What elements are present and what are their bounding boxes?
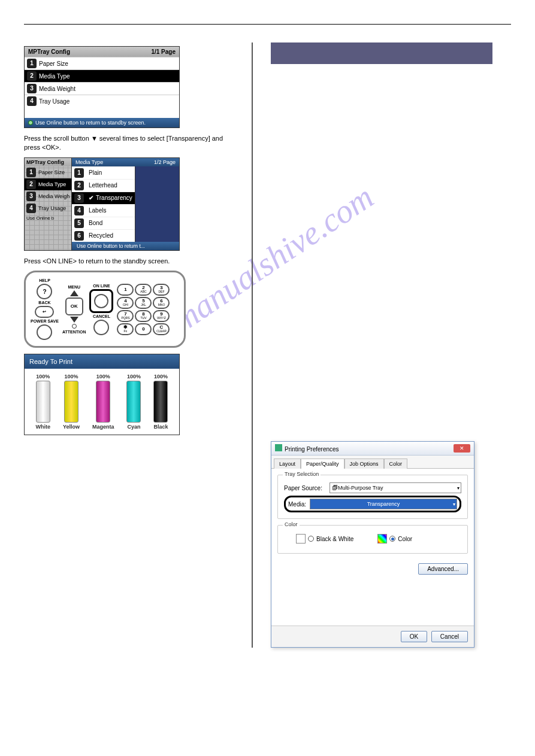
toner-name: Yellow (63, 424, 80, 430)
section-heading-bar (271, 42, 492, 64)
toner-name: Magenta (92, 424, 114, 430)
lcd2-right-item: Bond (89, 220, 102, 226)
lcd2-right-footer: Use Online button to return t... (77, 243, 145, 249)
media-value: Transparency (367, 501, 400, 507)
online-button-highlight (89, 289, 113, 313)
back-button[interactable]: ↩ (35, 306, 54, 318)
ok-button[interactable]: OK (401, 631, 427, 642)
num-icon: 2 (74, 181, 84, 190)
num-icon: 1 (26, 168, 36, 177)
key-3[interactable]: 3DEF (153, 284, 170, 296)
num-icon: 4 (74, 206, 84, 215)
lcd2-left-item: Tray Usage (38, 205, 66, 211)
toner-status-panel: Ready To Print 100%White 100%Yellow 100%… (24, 354, 180, 435)
key-5[interactable]: 5JKL (135, 297, 152, 309)
toner-pct: 100% (96, 374, 110, 379)
tab-color[interactable]: Color (384, 459, 408, 469)
back-arrow-icon: ↩ (43, 309, 46, 314)
key-8[interactable]: 8TUV (135, 310, 152, 322)
key-1[interactable]: 1 (117, 284, 134, 296)
lcd1-item: Media Weight (39, 86, 75, 92)
toner-pct: 100% (154, 374, 168, 379)
lcd2-left-item: Media Weigh (38, 193, 69, 199)
help-button[interactable]: ? (37, 284, 52, 299)
lcd2-right-page: 1/2 Page (154, 159, 176, 165)
key-0[interactable]: 0 (135, 323, 152, 335)
key-2[interactable]: 2ABC (135, 284, 152, 296)
radio-color[interactable]: Color (377, 534, 412, 544)
online-button[interactable] (94, 294, 108, 308)
media-label: Media: (288, 501, 306, 508)
num-icon: 2 (27, 71, 37, 81)
lcd1-title: MPTray Config (28, 48, 70, 55)
lcd2-right-item: Labels (89, 207, 106, 214)
num-icon: 3 (26, 192, 36, 201)
tray-selection-group: Tray Selection Paper Source: 🗐 Multi-Pur… (277, 475, 468, 519)
toner-name: Black (153, 424, 168, 430)
key-7[interactable]: 7PQRS (117, 310, 134, 322)
toner-pct: 100% (64, 374, 78, 379)
radio-icon (389, 536, 395, 542)
chevron-down-icon: ▾ (457, 485, 460, 491)
lcd2-right-item: Recycled (89, 232, 113, 239)
toner-pct: 100% (36, 374, 50, 379)
powersave-label: POWER SAVE (31, 319, 59, 323)
toner-bar-magenta (96, 381, 110, 423)
lcd2-left-item: Paper Size (38, 169, 65, 175)
toner-title: Ready To Print (25, 354, 179, 369)
toner-bar-cyan (126, 381, 141, 423)
back-label: BACK (38, 300, 50, 305)
paper-source-combo[interactable]: 🗐 Multi-Purpose Tray ▾ (330, 482, 461, 493)
bw-icon (296, 534, 306, 544)
group-legend: Color (283, 521, 300, 527)
key-9[interactable]: 9WXYZ (153, 310, 170, 322)
attention-label: ATTENTION (62, 330, 86, 334)
down-button[interactable] (70, 317, 78, 323)
lcd2-left-footer: Use Online b (26, 215, 54, 221)
paper-source-label: Paper Source: (284, 485, 326, 491)
bw-label: Black & White (316, 536, 353, 542)
close-button[interactable]: ✕ (454, 444, 470, 453)
scrollbar[interactable] (135, 166, 179, 242)
color-label: Color (398, 536, 412, 542)
lcd1-page: 1/1 Page (151, 48, 176, 55)
lcd2-right-item: Letterhead (89, 182, 117, 189)
radio-bw[interactable]: Black & White (296, 534, 353, 544)
num-icon: 5 (74, 218, 84, 228)
printer-control-panel: HELP ? BACK ↩ POWER SAVE MENU OK ATTENTI (24, 271, 186, 348)
attention-led-icon (72, 324, 77, 329)
key-4[interactable]: 4GHI (117, 297, 134, 309)
dialog-title: Printing Preferences (285, 446, 339, 453)
check-icon: ✔ (89, 195, 93, 201)
key-clear[interactable]: CCLEAR (153, 323, 170, 335)
toner-name: White (35, 424, 50, 430)
up-button[interactable] (70, 290, 78, 296)
numeric-keypad: 1 2ABC 3DEF 4GHI 5JKL 6MNO 7PQRS 8TUV 9W… (117, 284, 170, 335)
num-icon: 1 (74, 168, 84, 178)
lcd-media-type: MPTray Config 1Paper Size 2Media Type 3M… (24, 157, 180, 251)
num-icon: 3 (74, 193, 84, 203)
tray-icon: 🗐 (333, 485, 338, 491)
lcd2-right-item: Transparency (96, 195, 132, 201)
step-text: Press the scroll button ▼ several times … (24, 134, 234, 153)
media-combo[interactable]: Transparency ▾ (310, 499, 457, 509)
cancel-button[interactable] (93, 320, 109, 335)
printer-icon (275, 444, 282, 451)
key-6[interactable]: 6MNO (153, 297, 170, 309)
toner-name: Cyan (127, 424, 140, 430)
num-icon: 2 (26, 180, 36, 189)
powersave-button[interactable] (37, 324, 52, 340)
cancel-button[interactable]: Cancel (431, 631, 468, 642)
tab-job-options[interactable]: Job Options (344, 459, 384, 469)
ok-button[interactable]: OK (65, 297, 83, 315)
cancel-label: CANCEL (93, 314, 110, 318)
key-star[interactable]: ✱Fn (117, 323, 134, 335)
step-text: Press <ON LINE> to return to the standby… (24, 257, 234, 266)
color-group: Color Black & White Color (277, 525, 468, 554)
help-label: HELP (39, 278, 50, 283)
tab-layout[interactable]: Layout (274, 459, 301, 469)
tab-paper-quality[interactable]: Paper/Quality (301, 459, 344, 469)
advanced-button[interactable]: Advanced... (418, 563, 468, 575)
lcd1-item: Tray Usage (39, 98, 69, 105)
chevron-down-icon: ▾ (453, 502, 455, 507)
